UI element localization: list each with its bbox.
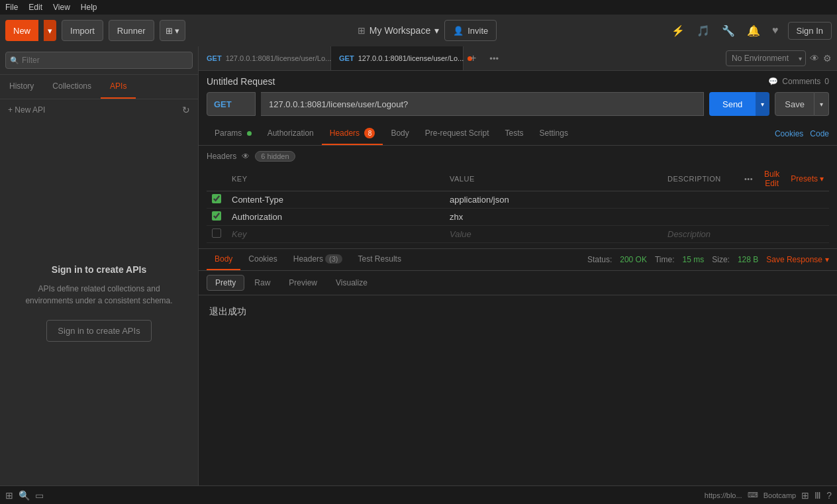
bulk-edit-button[interactable]: Bulk Edit xyxy=(758,170,785,188)
presets-button[interactable]: Presets ▾ xyxy=(791,174,824,183)
spanner-icon-btn[interactable]: 🔧 xyxy=(719,22,738,40)
tab-add-button[interactable]: + xyxy=(464,52,483,64)
invite-button[interactable]: 👤 Invite xyxy=(444,20,497,41)
import-button[interactable]: Import xyxy=(62,20,103,41)
cookies-link[interactable]: Cookies xyxy=(775,129,803,138)
new-api-button[interactable]: + New API xyxy=(8,105,45,115)
save-button[interactable]: Save xyxy=(775,92,814,116)
header-key-new[interactable]: Key xyxy=(232,229,246,239)
workspace-button[interactable]: ⊞ My Workspace ▾ xyxy=(358,25,439,36)
th-value: VALUE xyxy=(444,167,662,191)
new-button[interactable]: New xyxy=(5,20,38,41)
sidebar-heading: Sign in to create APIs xyxy=(52,264,146,275)
request-title: Untitled Request xyxy=(207,76,763,87)
sidebar-actions: + New API ↻ xyxy=(0,99,198,121)
header-key-2[interactable]: Authorization xyxy=(232,212,282,222)
header-value-2[interactable]: zhx xyxy=(450,212,463,222)
url-bar: GET POST PUT DELETE Send ▾ Save ▾ xyxy=(199,92,837,123)
tab-authorization[interactable]: Authorization xyxy=(260,123,322,144)
workspace-arrow-icon: ▾ xyxy=(434,25,439,36)
bottom-grid-icon[interactable]: ⊞ xyxy=(5,490,13,501)
tab-item-1[interactable]: GET 127.0.0.1:8081/license/user/Lo... xyxy=(199,46,331,70)
header-value-new[interactable]: Value xyxy=(450,229,471,239)
response-tab-cookies[interactable]: Cookies xyxy=(240,249,285,270)
response-tab-body[interactable]: Body xyxy=(207,249,240,270)
tab-item-2[interactable]: GET 127.0.0.1:8081/license/user/Lo... xyxy=(331,46,464,70)
header-row-new: Key Value Description xyxy=(207,226,829,243)
bottom-text-icon[interactable]: Ⅲ xyxy=(814,490,821,501)
save-response-button[interactable]: Save Response ▾ xyxy=(766,255,829,264)
sidebar-tab-collections[interactable]: Collections xyxy=(43,75,101,99)
header-row-2: Authorization zhx xyxy=(207,209,829,226)
code-link[interactable]: Code xyxy=(810,129,829,138)
th-description: DESCRIPTION xyxy=(662,167,739,191)
send-button[interactable]: Send xyxy=(709,92,756,116)
new-dropdown-arrow[interactable]: ▾ xyxy=(44,20,56,41)
layout-button[interactable]: ⊞ ▾ xyxy=(160,20,186,41)
comments-button[interactable]: 💬 Comments 0 xyxy=(768,77,829,86)
search-input[interactable] xyxy=(5,52,193,69)
comments-count: 0 xyxy=(824,77,829,86)
bootcamp-button[interactable]: Bootcamp xyxy=(763,491,797,499)
save-dropdown-button[interactable]: ▾ xyxy=(814,92,829,116)
send-dropdown-button[interactable]: ▾ xyxy=(756,92,769,116)
request-area: GET 127.0.0.1:8081/license/user/Lo... GE… xyxy=(199,46,837,485)
url-input[interactable] xyxy=(261,92,704,116)
search-icon-btn[interactable]: ⚡ xyxy=(669,22,687,40)
view-tab-visualize[interactable]: Visualize xyxy=(327,275,376,291)
sign-in-button[interactable]: Sign In xyxy=(788,22,832,40)
response-area: Body Cookies Headers(3) Test Results Sta… xyxy=(199,248,837,328)
bottom-console-icon[interactable]: ▭ xyxy=(35,490,44,501)
header-desc-new[interactable]: Description xyxy=(667,229,711,239)
runner-button[interactable]: Runner xyxy=(109,20,154,41)
heart-icon-btn[interactable]: ♥ xyxy=(769,22,781,39)
view-tab-preview[interactable]: Preview xyxy=(280,275,326,291)
sidebar-content: Sign in to create APIs APIs define relat… xyxy=(0,121,198,485)
env-gear-icon[interactable]: ⚙ xyxy=(823,53,832,64)
menu-file[interactable]: File xyxy=(5,3,18,12)
tab-tests[interactable]: Tests xyxy=(497,123,532,144)
tab-body[interactable]: Body xyxy=(383,123,417,144)
tab-settings[interactable]: Settings xyxy=(532,123,576,144)
env-eye-icon[interactable]: 👁 xyxy=(810,53,819,64)
header-checkbox-2[interactable] xyxy=(212,211,221,221)
refresh-button[interactable]: ↻ xyxy=(182,105,190,115)
header-checkbox-new xyxy=(212,228,221,238)
view-tabs: Pretty Raw Preview Visualize xyxy=(199,271,837,295)
tab-params[interactable]: Params xyxy=(207,123,260,144)
header-key-1[interactable]: Content-Type xyxy=(232,195,283,205)
menu-help[interactable]: Help xyxy=(81,3,97,12)
cursor-icon: ⌨ xyxy=(748,491,758,499)
th-more-icon[interactable]: ••• xyxy=(744,175,753,183)
eye-icon-btn[interactable]: 🎵 xyxy=(694,22,713,40)
view-tab-raw[interactable]: Raw xyxy=(246,275,279,291)
response-tab-test-results[interactable]: Test Results xyxy=(350,249,409,270)
th-check xyxy=(207,167,226,191)
bottom-help-icon[interactable]: ? xyxy=(826,490,832,501)
bottom-layout-icon[interactable]: ⊞ xyxy=(801,490,809,501)
sidebar-description: APIs define related collections and envi… xyxy=(13,283,185,307)
view-tab-pretty[interactable]: Pretty xyxy=(207,275,244,291)
tab-more-button[interactable]: ••• xyxy=(483,54,505,64)
headers-table: KEY VALUE DESCRIPTION ••• Bulk Edit Pres… xyxy=(207,167,829,243)
bell-icon-btn[interactable]: 🔔 xyxy=(744,22,763,40)
tab-pre-request[interactable]: Pre-request Script xyxy=(417,123,497,144)
search-icon: 🔍 xyxy=(10,56,19,65)
response-tab-headers[interactable]: Headers(3) xyxy=(285,249,350,270)
header-value-1[interactable]: application/json xyxy=(450,195,509,205)
request-tabs-right: Cookies Code xyxy=(775,129,829,138)
size-value: 128 B xyxy=(738,255,758,264)
sign-in-apis-button[interactable]: Sign in to create APIs xyxy=(46,320,151,342)
tabs-right: No Environment ▾ 👁 ⚙ xyxy=(726,50,837,66)
headers-section: Headers 👁 6 hidden KEY VALUE DESCRIPTION… xyxy=(199,146,837,248)
environment-select[interactable]: No Environment xyxy=(726,50,806,66)
sidebar-tab-apis[interactable]: APIs xyxy=(101,75,136,99)
workspace-grid-icon: ⊞ xyxy=(358,25,366,36)
header-checkbox-1[interactable] xyxy=(212,194,221,203)
menu-view[interactable]: View xyxy=(53,3,70,12)
method-select[interactable]: GET POST PUT DELETE xyxy=(207,92,256,116)
tab-headers[interactable]: Headers 8 xyxy=(322,123,383,145)
sidebar-tab-history[interactable]: History xyxy=(0,75,43,99)
menu-edit[interactable]: Edit xyxy=(28,3,42,12)
bottom-search-icon[interactable]: 🔍 xyxy=(19,490,30,501)
